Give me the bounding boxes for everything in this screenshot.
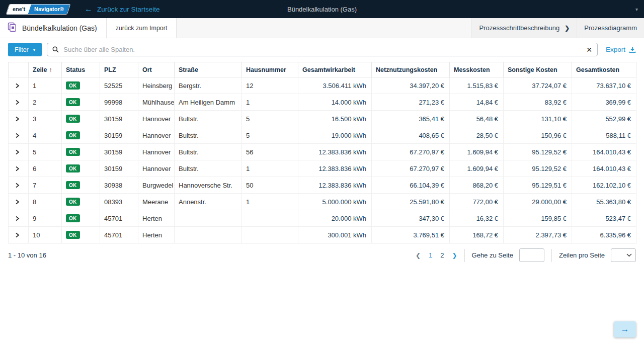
search-input[interactable]: [63, 46, 582, 53]
status-badge: OK: [66, 148, 80, 156]
tab-module-title: Bündelkalkulation (Gas): [0, 18, 107, 38]
cell-sonstige-kosten: 95.129,52 €: [504, 160, 572, 177]
cell-strasse: [175, 227, 242, 243]
goto-page-input[interactable]: [519, 248, 544, 262]
expand-row-button[interactable]: [13, 165, 22, 173]
cell-plz: 30159: [100, 160, 138, 177]
cell-gesamtwirkarbeit: 12.383.836 kWh: [298, 160, 372, 177]
previous-page-button[interactable]: ❮: [416, 252, 421, 259]
expand-row-button[interactable]: [13, 115, 22, 123]
page-button-2[interactable]: 2: [440, 251, 444, 259]
rows-per-page-select[interactable]: [611, 248, 636, 262]
status-badge: OK: [66, 98, 80, 106]
cell-strasse: Annenstr.: [175, 194, 242, 210]
back-arrow-icon: ←: [85, 5, 93, 13]
cell-expander: [9, 94, 29, 111]
cell-netznutzungskosten: 34.397,20 €: [372, 77, 450, 94]
cell-ort: Hannover: [138, 144, 175, 160]
module-title: Bündelkalkulation (Gas): [22, 24, 97, 32]
expand-row-button[interactable]: [13, 215, 22, 222]
cell-zeile: 8: [29, 194, 62, 210]
cell-gesamtkosten: 6.335,96 €: [572, 227, 636, 243]
results-table-wrap: Zeile↑ Status PLZ Ort Straße Hausnummer …: [8, 62, 636, 243]
row-range-label: 1 - 10 von 16: [8, 251, 46, 259]
cell-netznutzungskosten: 3.769,51 €: [372, 227, 450, 243]
header-netznutzungskosten[interactable]: Netznutzungskosten: [372, 62, 450, 77]
results-table: Zeile↑ Status PLZ Ort Straße Hausnummer …: [8, 62, 636, 243]
table-row: 10 OK 45701 Herten 300.001 kWh 3.769,51 …: [9, 227, 636, 243]
header-status[interactable]: Status: [62, 62, 100, 77]
tab-back-to-import[interactable]: zurück zum Import: [107, 18, 177, 38]
cell-sonstige-kosten: 29.000,00 €: [504, 194, 572, 210]
expand-row-button[interactable]: [13, 148, 22, 156]
cell-messkosten: 14,84 €: [450, 94, 504, 111]
cell-ort: Herten: [138, 227, 175, 243]
table-row: 8 OK 08393 Meerane Annenstr. 1 5.000.000…: [9, 194, 636, 210]
arrow-right-icon: →: [621, 324, 629, 334]
table-row: 1 OK 52525 Heinsberg Bergstr. 12 3.506.4…: [9, 77, 636, 94]
cell-plz: 99998: [100, 94, 138, 111]
next-page-button[interactable]: ❯: [452, 252, 457, 259]
cell-messkosten: 1.609,94 €: [450, 160, 504, 177]
expand-row-button[interactable]: [13, 132, 22, 139]
caret-down-icon[interactable]: ▾: [635, 7, 638, 12]
cell-sonstige-kosten: 95.129,51 €: [504, 177, 572, 194]
footer-divider: [551, 249, 552, 262]
header-gesamtkosten[interactable]: Gesamtkosten: [572, 62, 636, 77]
header-messkosten[interactable]: Messkosten: [450, 62, 504, 77]
cell-messkosten: 1.515,83 €: [450, 77, 504, 94]
cell-hausnummer: 50: [242, 177, 298, 194]
header-hausnummer[interactable]: Hausnummer: [242, 62, 298, 77]
page-button-1[interactable]: 1: [429, 251, 432, 259]
goto-page-group: Gehe zu Seite: [472, 248, 544, 262]
cell-expander: [9, 227, 29, 243]
cell-ort: Burgwedel: [138, 177, 175, 194]
cell-expander: [9, 177, 29, 194]
expand-row-button[interactable]: [13, 82, 22, 90]
header-strasse[interactable]: Straße: [175, 62, 242, 77]
cell-messkosten: 772,00 €: [450, 194, 504, 210]
top-navigation-bar: ene't Navigator® ← Zurück zur Startseite…: [0, 0, 644, 18]
header-gesamtwirkarbeit[interactable]: Gesamtwirkarbeit: [298, 62, 372, 77]
filter-button[interactable]: Filter ▾: [8, 43, 42, 56]
table-footer: 1 - 10 von 16 ❮ 1 2 ❯ Gehe zu Seite Zeil…: [0, 243, 644, 262]
back-link-label: Zurück zur Startseite: [97, 6, 160, 13]
tab-process-diagram[interactable]: Prozessdiagramm: [577, 18, 644, 38]
cell-messkosten: 1.609,94 €: [450, 144, 504, 160]
cell-ort: Hannover: [138, 127, 175, 144]
cell-expander: [9, 160, 29, 177]
header-plz[interactable]: PLZ: [100, 62, 138, 77]
header-zeile[interactable]: Zeile↑: [29, 62, 62, 77]
cell-sonstige-kosten: 37.724,07 €: [504, 77, 572, 94]
table-row: 6 OK 30159 Hannover Bultstr. 1 12.383.83…: [9, 160, 636, 177]
expand-row-button[interactable]: [13, 99, 22, 106]
next-step-button[interactable]: →: [614, 321, 636, 337]
filter-label: Filter: [15, 46, 29, 53]
cell-netznutzungskosten: 66.104,39 €: [372, 177, 450, 194]
back-to-start-link[interactable]: ← Zurück zur Startseite: [85, 5, 160, 13]
cell-plz: 30159: [100, 111, 138, 127]
pagination: ❮ 1 2 ❯: [416, 251, 457, 259]
cell-gesamtkosten: 55.363,80 €: [572, 194, 636, 210]
clear-icon[interactable]: ✕: [586, 46, 592, 53]
cell-sonstige-kosten: 131,10 €: [504, 111, 572, 127]
module-tab-bar: Bündelkalkulation (Gas) zurück zum Impor…: [0, 18, 644, 38]
expand-row-button[interactable]: [13, 231, 22, 239]
header-ort[interactable]: Ort: [138, 62, 175, 77]
tab-process-step-description[interactable]: Prozessschrittbeschreibung ❯: [471, 18, 577, 38]
header-sonstige-kosten[interactable]: Sonstige Kosten: [504, 62, 572, 77]
cell-messkosten: 868,20 €: [450, 177, 504, 194]
cell-gesamtkosten: 552,99 €: [572, 111, 636, 127]
process-step-label: Prozessschrittbeschreibung: [479, 24, 559, 32]
cell-zeile: 4: [29, 127, 62, 144]
cell-hausnummer: 5: [242, 127, 298, 144]
export-button[interactable]: Export: [606, 46, 636, 53]
expand-row-button[interactable]: [13, 198, 22, 206]
cell-plz: 45701: [100, 227, 138, 243]
cell-strasse: Hannoversche Str.: [175, 177, 242, 194]
cell-sonstige-kosten: 2.397,73 €: [504, 227, 572, 243]
cell-messkosten: 168,72 €: [450, 227, 504, 243]
cell-status: OK: [62, 127, 100, 144]
expand-row-button[interactable]: [13, 182, 22, 189]
table-row: 5 OK 30159 Hannover Bultstr. 56 12.383.8…: [9, 144, 636, 160]
